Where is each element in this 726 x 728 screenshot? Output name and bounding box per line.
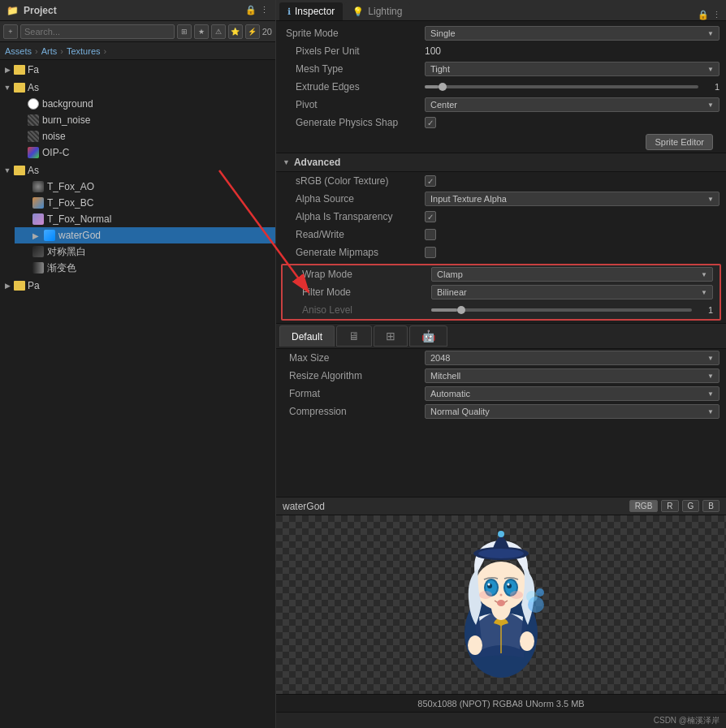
label-wrap-mode: Wrap Mode [289,269,431,280]
list-item-fox-ao[interactable]: T_Fox_AO [15,179,275,195]
more-icon-tabs[interactable]: ⋮ [712,10,721,20]
chevron-down-icon-compression: ▼ [707,408,714,416]
list-item-gradient[interactable]: 渐变色 [15,260,275,276]
preview-section: waterGod RGB R G B [276,497,726,712]
lock-icon-tabs[interactable]: 🔒 [698,10,709,20]
value-read-write [425,229,720,240]
grid-icon: ⊞ [386,330,395,342]
text-pixels-per-unit: 100 [425,45,441,57]
section-advanced[interactable]: ▼ Advanced [276,153,726,172]
count-badge: 20 [262,27,272,37]
checkbox-generate-mipmaps[interactable] [425,247,436,258]
dropdown-compression-value: Normal Quality [430,407,490,416]
checkbox-alpha-transparency[interactable] [425,211,436,222]
dropdown-wrap-mode[interactable]: Clamp ▼ [431,267,713,282]
section-fa[interactable]: ▶ Fa [0,62,275,78]
breadcrumb-assets[interactable]: Assets [5,46,32,56]
filter-btn-4[interactable]: ⭐ [228,24,243,39]
chevron-down-icon-maxsize: ▼ [707,355,714,362]
value-alpha-transparency [425,211,720,222]
checkbox-read-write[interactable] [425,229,436,240]
inspector-tab-label: Inspector [295,6,335,17]
lock-icon[interactable]: 🔒 [245,5,257,15]
list-item-fox-bc[interactable]: T_Fox_BC [15,195,275,211]
value-srgb [425,175,720,187]
preview-header: waterGod RGB R G B [276,498,726,515]
svg-point-18 [479,591,492,599]
section-pa[interactable]: ▶ Pa [0,278,275,294]
label-advanced: Advanced [294,157,340,168]
label-max-size: Max Size [283,352,425,364]
label-fox-bc: T_Fox_BC [47,197,93,209]
value-generate-mipmaps [425,247,720,258]
inspector-content: Sprite Mode Single ▼ Pixels Per Unit 100… [276,21,726,497]
svg-point-16 [499,594,502,597]
value-compression: Normal Quality ▼ [425,404,720,419]
filter-btn-1[interactable]: ⊞ [177,24,192,39]
folder-fa-icon [14,65,25,75]
label-read-write: Read/Write [283,229,425,240]
filter-btn-3[interactable]: ⚠ [211,24,226,39]
sprite-editor-button[interactable]: Sprite Editor [646,134,713,150]
label-oip: OIP-C [42,147,69,158]
list-item-fox-normal[interactable]: T_Fox_Normal [15,211,275,227]
tab-lighting[interactable]: 💡 Lighting [344,2,410,20]
row-mesh-type: Mesh Type Tight ▼ [276,60,726,78]
preview-btn-g[interactable]: G [682,500,700,512]
value-format: Automatic ▼ [425,386,720,401]
section-as2[interactable]: ▼ As [0,162,275,179]
dropdown-sprite-mode[interactable]: Single ▼ [425,26,720,41]
dropdown-alpha-source[interactable]: Input Texture Alpha ▼ [425,192,720,206]
platform-tab-default[interactable]: Default [279,325,335,347]
preview-btn-r[interactable]: R [661,500,678,512]
slider-aniso-track[interactable] [431,308,692,312]
dropdown-max-size[interactable]: 2048 ▼ [425,351,720,365]
highlighted-section: Wrap Mode Clamp ▼ Filter Mode Bilinear ▼ [281,264,721,321]
platform-tab-android[interactable]: 🤖 [409,325,447,347]
value-max-size: 2048 ▼ [425,351,720,365]
label-filter-mode: Filter Mode [289,286,431,298]
preview-btn-rgb[interactable]: RGB [629,500,659,512]
breadcrumb-textures[interactable]: Textures [67,46,101,56]
dropdown-compression[interactable]: Normal Quality ▼ [425,404,720,419]
section-assets[interactable]: ▼ As [0,80,275,96]
breadcrumb-arts[interactable]: Arts [41,46,58,56]
label-format: Format [283,388,425,399]
row-generate-mipmaps: Generate Mipmaps [276,243,726,261]
dropdown-format[interactable]: Automatic ▼ [425,386,720,401]
row-filter-mode: Filter Mode Bilinear ▼ [283,283,720,301]
row-read-write: Read/Write [276,226,726,243]
button-row-sprite-editor: Sprite Editor [276,131,726,153]
label-sprite-mode: Sprite Mode [283,28,425,39]
filter-btn-5[interactable]: ⚡ [245,24,260,39]
dropdown-mesh-type[interactable]: Tight ▼ [425,62,720,76]
label-fox-ao: T_Fox_AO [47,181,94,192]
dropdown-pivot[interactable]: Center ▼ [425,97,720,112]
dropdown-filter-mode[interactable]: Bilinear ▼ [431,285,713,299]
chevron-down-icon-pivot: ▼ [707,101,714,109]
tab-inspector[interactable]: ℹ Inspector [279,2,343,20]
list-item-oip[interactable]: OIP-C [15,144,275,161]
row-extrude-edges: Extrude Edges 1 [276,78,726,96]
add-button[interactable]: + [3,24,18,39]
checkbox-generate-physics[interactable] [425,117,436,128]
row-aniso-level: Aniso Level 1 [283,301,720,319]
platform-tab-monitor[interactable]: 🖥 [336,325,372,347]
preview-btn-b[interactable]: B [702,500,720,512]
slider-extrude-track[interactable] [425,85,698,88]
list-item-background[interactable]: background [15,96,275,112]
checkbox-srgb[interactable] [425,175,436,187]
menu-icon[interactable]: ⋮ [260,5,269,15]
filter-btn-2[interactable]: ★ [194,24,209,39]
value-resize-algorithm: Mitchell ▼ [425,368,720,383]
dropdown-resize-algorithm[interactable]: Mitchell ▼ [425,368,720,383]
chevron-down-icon-filter: ▼ [701,289,707,296]
platform-tab-grid[interactable]: ⊞ [374,325,408,347]
list-item-watergod[interactable]: ▶ waterGod [15,227,275,243]
chevron-down-icon-format: ▼ [707,390,714,398]
search-input[interactable] [20,24,175,39]
chevron-pa: ▶ [3,282,11,290]
list-item-noise[interactable]: noise [15,128,275,144]
list-item-dark[interactable]: 对称黑白 [15,243,275,260]
list-item-burn-noise[interactable]: burn_noise [15,112,275,128]
